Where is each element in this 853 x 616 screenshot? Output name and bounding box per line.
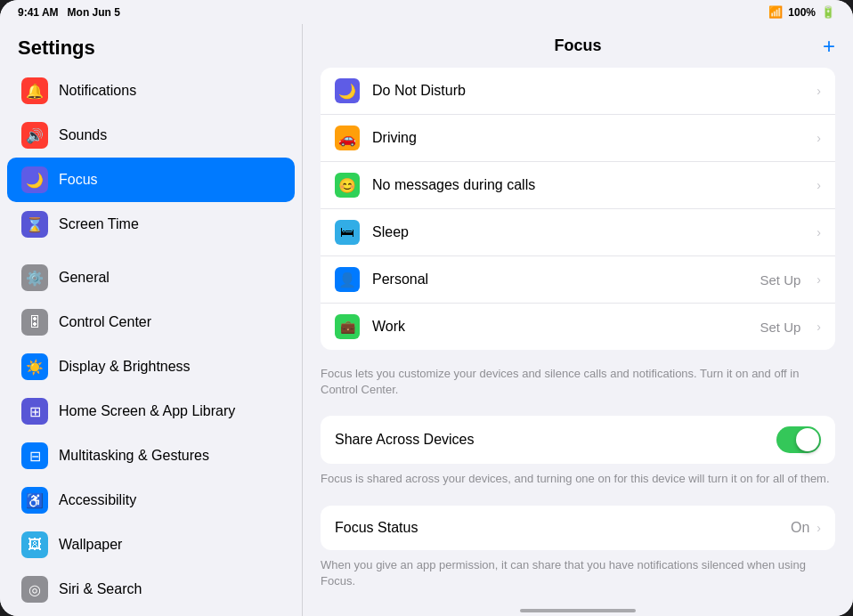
battery-icon: 🔋 — [821, 5, 835, 19]
sidebar-item-label: Screen Time — [59, 216, 139, 232]
sidebar: Settings 🔔 Notifications 🔊 Sounds 🌙 Focu… — [0, 24, 303, 616]
sidebar-item-label: Accessibility — [59, 492, 136, 508]
do-not-disturb-icon: 🌙 — [335, 78, 360, 103]
control-center-icon: 🎛 — [21, 309, 48, 336]
focus-list-description: Focus lets you customize your devices an… — [303, 359, 853, 409]
panel-header: Focus + — [303, 24, 853, 68]
sidebar-item-accessibility[interactable]: ♿ Accessibility — [7, 478, 295, 523]
personal-icon: 👤 — [335, 267, 360, 292]
focus-status-description: When you give an app permission, it can … — [303, 554, 853, 600]
ipad-frame: 9:41 AM Mon Jun 5 📶 100% 🔋 Settings 🔔 No… — [0, 0, 853, 616]
sidebar-item-label: Focus — [59, 172, 98, 188]
main-content: Settings 🔔 Notifications 🔊 Sounds 🌙 Focu… — [0, 24, 853, 616]
chevron-right-icon: › — [816, 178, 821, 192]
focus-item-label: Work — [372, 319, 747, 335]
notifications-icon: 🔔 — [21, 77, 48, 104]
sidebar-item-display-brightness[interactable]: ☀️ Display & Brightness — [7, 344, 295, 389]
wallpaper-icon: 🖼 — [21, 531, 48, 558]
screen-time-icon: ⌛ — [21, 211, 48, 238]
focus-status-row[interactable]: Focus Status On › — [321, 506, 835, 550]
focus-item-label: Driving — [372, 130, 800, 146]
sidebar-item-wallpaper[interactable]: 🖼 Wallpaper — [7, 523, 295, 567]
home-screen-icon: ⊞ — [21, 398, 48, 425]
focus-status-label: Focus Status — [335, 520, 791, 536]
chevron-right-icon: › — [816, 320, 821, 334]
focus-item-label: Personal — [372, 272, 747, 288]
sidebar-item-control-center[interactable]: 🎛 Control Center — [7, 300, 295, 344]
status-date: Mon Jun 5 — [68, 6, 120, 19]
focus-item-label: No messages during calls — [372, 177, 800, 193]
focus-icon: 🌙 — [21, 166, 48, 193]
focus-item-label: Sleep — [372, 224, 800, 240]
toggle-thumb — [796, 428, 819, 451]
accessibility-icon: ♿ — [21, 487, 48, 514]
status-bar: 9:41 AM Mon Jun 5 📶 100% 🔋 — [0, 0, 853, 24]
chevron-right-icon: › — [816, 84, 821, 98]
sidebar-item-screen-time[interactable]: ⌛ Screen Time — [7, 202, 295, 247]
sidebar-item-label: Multitasking & Gestures — [59, 448, 209, 464]
general-icon: ⚙️ — [21, 264, 48, 291]
battery-percent: 100% — [788, 6, 816, 19]
sidebar-item-label: Siri & Search — [59, 581, 142, 597]
add-focus-button[interactable]: + — [823, 34, 835, 59]
focus-item-no-messages[interactable]: 😊 No messages during calls › — [321, 162, 835, 209]
chevron-right-icon: › — [816, 131, 821, 145]
focus-status-value: On — [791, 520, 809, 536]
focus-item-driving[interactable]: 🚗 Driving › — [321, 115, 835, 162]
sidebar-item-label: Notifications — [59, 83, 136, 99]
sidebar-item-label: General — [59, 270, 110, 286]
wifi-icon: 📶 — [768, 5, 783, 19]
chevron-right-icon: › — [816, 521, 821, 535]
display-brightness-icon: ☀️ — [21, 353, 48, 380]
sidebar-divider-1 — [0, 248, 302, 255]
chevron-right-icon: › — [816, 225, 821, 239]
sidebar-item-label: Control Center — [59, 314, 151, 330]
no-messages-icon: 😊 — [335, 173, 360, 198]
focus-item-secondary: Set Up — [760, 272, 800, 288]
sidebar-group-2: ⚙️ General 🎛 Control Center ☀️ Display &… — [0, 255, 302, 616]
work-icon: 💼 — [335, 314, 360, 339]
sidebar-item-home-screen[interactable]: ⊞ Home Screen & App Library — [7, 389, 295, 434]
sidebar-item-label: Sounds — [59, 127, 107, 143]
sidebar-item-label: Wallpaper — [59, 537, 122, 553]
focus-item-label: Do Not Disturb — [372, 83, 800, 99]
focus-item-do-not-disturb[interactable]: 🌙 Do Not Disturb › — [321, 68, 835, 115]
share-across-devices-section: Share Across Devices — [321, 416, 835, 464]
sidebar-item-sounds[interactable]: 🔊 Sounds — [7, 113, 295, 158]
sidebar-item-apple-pencil[interactable]: ✏️ Apple Pencil — [7, 612, 295, 616]
sidebar-item-general[interactable]: ⚙️ General — [7, 255, 295, 300]
status-time: 9:41 AM — [18, 6, 59, 19]
focus-list: 🌙 Do Not Disturb › 🚗 Driving › 😊 No mess… — [321, 68, 835, 350]
driving-icon: 🚗 — [335, 126, 360, 150]
home-bar — [520, 609, 636, 612]
multitasking-icon: ⊟ — [21, 442, 48, 469]
sidebar-group-1: 🔔 Notifications 🔊 Sounds 🌙 Focus ⌛ Scree… — [0, 69, 302, 247]
sidebar-item-focus[interactable]: 🌙 Focus — [7, 158, 295, 202]
sidebar-item-notifications[interactable]: 🔔 Notifications — [7, 69, 295, 113]
focus-item-secondary: Set Up — [760, 320, 800, 335]
share-across-devices-description: Focus is shared across your devices, and… — [303, 467, 853, 498]
share-across-devices-label: Share Across Devices — [335, 432, 776, 448]
home-indicator — [303, 600, 853, 616]
sleep-icon: 🛏 — [335, 220, 360, 245]
status-left: 9:41 AM Mon Jun 5 — [18, 6, 120, 19]
siri-icon: ◎ — [21, 576, 48, 603]
sidebar-title: Settings — [0, 24, 302, 69]
chevron-right-icon: › — [816, 272, 821, 287]
sidebar-item-multitasking[interactable]: ⊟ Multitasking & Gestures — [7, 434, 295, 478]
focus-item-sleep[interactable]: 🛏 Sleep › — [321, 209, 835, 256]
sidebar-item-label: Display & Brightness — [59, 359, 191, 375]
panel-title: Focus — [554, 36, 601, 55]
sidebar-item-label: Home Screen & App Library — [59, 403, 235, 419]
sidebar-item-siri-search[interactable]: ◎ Siri & Search — [7, 567, 295, 612]
share-across-devices-row: Share Across Devices — [321, 416, 835, 464]
sounds-icon: 🔊 — [21, 122, 48, 149]
focus-item-work[interactable]: 💼 Work Set Up › — [321, 304, 835, 350]
focus-item-personal[interactable]: 👤 Personal Set Up › — [321, 256, 835, 304]
right-panel: Focus + 🌙 Do Not Disturb › 🚗 Driving › — [303, 24, 853, 616]
share-across-devices-toggle[interactable] — [776, 426, 821, 453]
focus-status-section: Focus Status On › — [321, 506, 835, 550]
status-right: 📶 100% 🔋 — [768, 5, 835, 19]
